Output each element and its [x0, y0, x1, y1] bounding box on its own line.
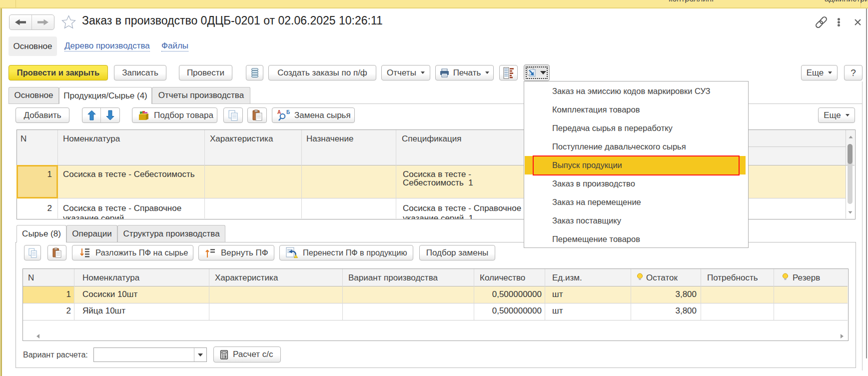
svg-text:А: А — [277, 110, 281, 115]
svg-text:Б: Б — [286, 110, 290, 115]
